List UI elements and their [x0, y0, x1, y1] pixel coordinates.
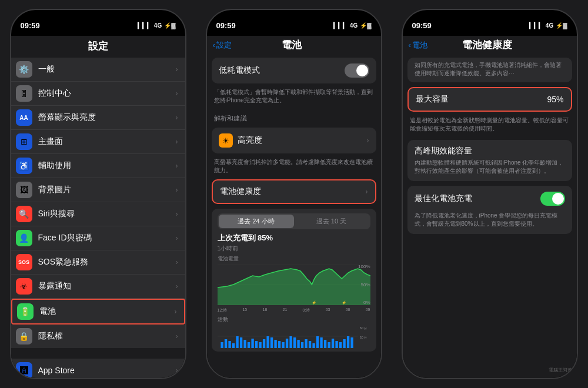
- phone2-time: 09:59: [216, 21, 236, 30]
- chart-0: 0%: [363, 300, 370, 305]
- settings-item-control[interactable]: 🎛 控制中心 ›: [11, 82, 185, 106]
- settings-item-appstore[interactable]: 🅰 App Store ›: [11, 359, 185, 378]
- control-icon: 🎛: [16, 85, 32, 102]
- phone2-nav: ‹ 設定 電池: [207, 36, 381, 55]
- general-label: 一般: [38, 64, 176, 75]
- svg-rect-32: [308, 341, 310, 348]
- optimize-title: 最佳化電池充電: [415, 193, 540, 204]
- optimize-desc: 為了降低電池老化速度，iPhone 會學習您的每日充電模式，會暫緩充電到80%以…: [407, 212, 572, 234]
- phone3-notch: [455, 10, 525, 26]
- tab-10d[interactable]: 過去 10 天: [294, 215, 369, 228]
- optimize-toggle-thumb: [552, 193, 564, 205]
- xlabel-6: 06: [346, 307, 350, 313]
- phone3-back-label: 電池: [412, 40, 427, 51]
- phone3-container: 09:59 ▎▎▎ 4G ⚡▓ ‹ 電池 電池健康度 如同所有的充電式電池，手機…: [392, 0, 587, 388]
- peak-title: 高峰期效能容量: [415, 146, 565, 156]
- siri-label: Siri與搜尋: [38, 209, 176, 219]
- settings-item-siri[interactable]: 🔍 Siri與搜尋 ›: [11, 202, 185, 226]
- settings-item-exposure[interactable]: ☣ 暴露通知 ›: [11, 275, 185, 299]
- optimize-toggle[interactable]: [540, 192, 565, 206]
- svg-marker-3: [218, 269, 370, 305]
- tab-24h[interactable]: 過去 24 小時: [219, 215, 294, 228]
- settings-item-sos[interactable]: SOS SOS緊急服務 ›: [11, 250, 185, 275]
- capacity-label: 最大容量: [416, 94, 547, 105]
- peak-desc: 內建動態軟體和硬體系統可抵銷因iPhone 化學年齡增加，對執行效能產生的影響（…: [415, 159, 565, 175]
- battery-health-row[interactable]: 電池健康度 ›: [212, 179, 376, 204]
- chart-y-label: 電池電量: [218, 255, 370, 263]
- toggle-thumb: [356, 65, 368, 76]
- activity-label: 活動: [218, 316, 370, 323]
- settings-item-display[interactable]: AA 螢幕顯示與亮度 ›: [11, 106, 185, 130]
- settings-item-wallpaper[interactable]: 🖼 背景圖片 ›: [11, 178, 185, 202]
- siri-icon: 🔍: [16, 206, 32, 222]
- battery-label: 電池: [39, 306, 175, 317]
- tab-row: 過去 24 小時 過去 10 天: [218, 213, 370, 229]
- svg-text:⚡: ⚡: [312, 300, 316, 305]
- exposure-chevron: ›: [176, 282, 178, 290]
- display-label: 螢幕顯示與亮度: [38, 112, 176, 123]
- phone3: 09:59 ▎▎▎ 4G ⚡▓ ‹ 電池 電池健康度 如同所有的充電式電池，手機…: [402, 9, 578, 379]
- svg-rect-9: [220, 342, 223, 348]
- svg-rect-25: [282, 342, 284, 348]
- svg-rect-22: [270, 337, 272, 348]
- svg-rect-10: [224, 339, 226, 348]
- brightness-label: 高亮度: [238, 135, 367, 146]
- low-power-row[interactable]: 低耗電模式: [212, 58, 376, 83]
- back-label: 設定: [216, 40, 232, 51]
- optimize-section: 最佳化電池充電 為了降低電池老化速度，iPhone 會學習您的每日充電模式，會暫…: [407, 186, 572, 234]
- gap1: [11, 349, 185, 359]
- battery-chart: 100% 50% 0% ⚡ ⚡: [218, 264, 370, 305]
- faceid-chevron: ›: [176, 234, 178, 242]
- phone2-status-icons: ▎▎▎ 4G ⚡▓: [333, 22, 372, 29]
- capacity-value: 95%: [547, 95, 563, 104]
- settings-item-general[interactable]: ⚙️ 一般 ›: [11, 58, 185, 82]
- network-type: 4G: [154, 22, 162, 29]
- sos-chevron: ›: [176, 258, 178, 266]
- back-chevron-icon: ‹: [213, 41, 215, 49]
- phone2-signal-icon: ▎▎▎: [333, 22, 348, 29]
- phone2: 09:59 ▎▎▎ 4G ⚡▓ ‹ 設定 電池 低耗電模式: [206, 9, 382, 379]
- battery-icon: ⚡▓: [164, 22, 175, 29]
- settings-item-battery[interactable]: 🔋 電池 ›: [11, 299, 185, 325]
- home-icon: ⊞: [16, 133, 32, 150]
- settings-item-home[interactable]: ⊞ 主畫面 ›: [11, 130, 185, 154]
- settings-item-faceid[interactable]: 👤 Face ID與密碼 ›: [11, 226, 185, 250]
- peak-row: 高峰期效能容量 內建動態軟體和硬體系統可抵銷因iPhone 化學年齡增加，對執行…: [407, 140, 572, 181]
- svg-rect-21: [266, 336, 269, 348]
- battery-chevron: ›: [175, 307, 177, 316]
- xlabel-2: 18: [263, 307, 268, 313]
- peak-section: 高峰期效能容量 內建動態軟體和硬體系統可抵銷因iPhone 化學年齡增加，對執行…: [407, 140, 572, 181]
- faceid-label: Face ID與密碼: [38, 233, 176, 243]
- phone2-battery-icon: ⚡▓: [360, 22, 371, 29]
- svg-rect-37: [328, 342, 330, 348]
- settings-section-2: 🅰 App Store › 💳 錢包與Apple Pay ›: [11, 359, 185, 378]
- phone3-network: 4G: [546, 22, 553, 29]
- optimize-row: 最佳化電池充電: [407, 186, 572, 212]
- display-chevron: ›: [176, 113, 178, 122]
- capacity-row: 最大容量 95%: [407, 87, 572, 112]
- xlabel-1: 15: [242, 307, 247, 313]
- svg-rect-41: [343, 339, 345, 348]
- brightness-icon: ☀: [219, 133, 233, 148]
- svg-rect-26: [285, 339, 288, 348]
- low-power-toggle[interactable]: [345, 63, 369, 78]
- privacy-label: 隱私權: [38, 331, 176, 342]
- chart-100: 100%: [358, 264, 370, 269]
- general-icon: ⚙️: [16, 61, 32, 78]
- display-icon: AA: [16, 109, 32, 126]
- svg-rect-38: [331, 339, 333, 348]
- phone3-title: 電池健康度: [427, 38, 547, 52]
- high-brightness-row[interactable]: ☀ 高亮度 ›: [212, 128, 376, 153]
- privacy-icon: 🔒: [16, 328, 32, 344]
- settings-item-accessibility[interactable]: ♿ 輔助使用 ›: [11, 154, 185, 178]
- siri-chevron: ›: [176, 210, 178, 218]
- battery-screen: ‹ 設定 電池 低耗電模式 「低耗電模式」會暫時降低下載和部件擷取等背景活動，直…: [207, 36, 381, 378]
- sos-label: SOS緊急服務: [38, 257, 176, 267]
- svg-rect-17: [251, 339, 253, 348]
- phone3-back-button[interactable]: ‹ 電池: [409, 40, 427, 51]
- settings-item-privacy[interactable]: 🔒 隱私權 ›: [11, 325, 185, 348]
- back-button[interactable]: ‹ 設定: [213, 40, 232, 51]
- svg-rect-18: [255, 341, 257, 348]
- svg-rect-15: [243, 340, 246, 348]
- health-screen: ‹ 電池 電池健康度 如同所有的充電式電池，手機電池隨著消耗組件，會隨著使用時期…: [403, 36, 577, 378]
